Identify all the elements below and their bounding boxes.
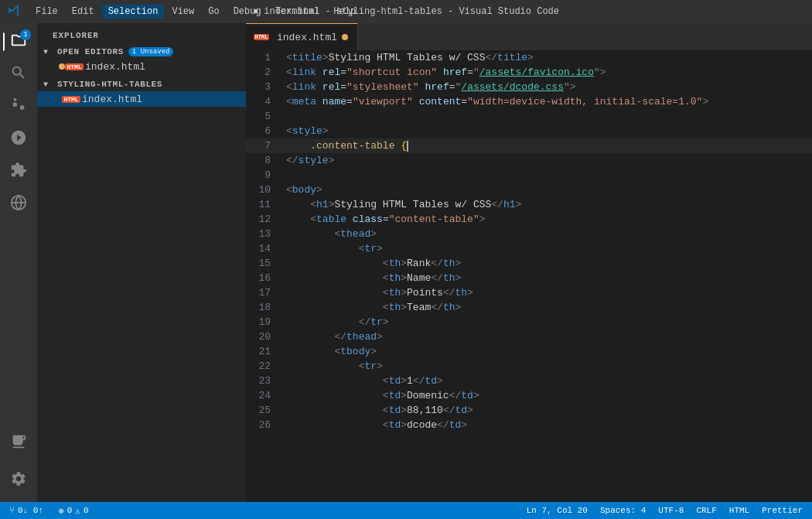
error-icon: ⊗ bbox=[59, 506, 64, 516]
line-content: <th>Points</th> bbox=[283, 285, 812, 300]
project-header[interactable]: ▼ Styling-HTML-Tables bbox=[37, 77, 246, 91]
extensions-icon bbox=[10, 162, 27, 183]
git-branch-icon: ⑂ bbox=[9, 506, 15, 515]
vscode-logo-icon bbox=[8, 5, 22, 19]
code-line: 23 <td>1</td> bbox=[246, 374, 812, 388]
menu-selection[interactable]: Selection bbox=[102, 5, 165, 19]
status-branch-label: 0↓ 0↑ bbox=[18, 506, 43, 515]
chevron-down-icon: ▼ bbox=[43, 48, 54, 56]
status-spaces[interactable]: Spaces: 4 bbox=[597, 506, 649, 515]
status-errors-label: 0 bbox=[67, 506, 73, 515]
line-content: <tr> bbox=[283, 241, 812, 256]
code-line: 11 <h1>Styling HTML Tables w/ CSS</h1> bbox=[246, 197, 812, 212]
code-line: 8</style> bbox=[246, 153, 812, 168]
code-line: 16 <th>Name</th> bbox=[246, 271, 812, 285]
text-cursor bbox=[407, 141, 408, 152]
activity-debug[interactable] bbox=[3, 124, 34, 155]
line-content: <style> bbox=[283, 124, 812, 138]
code-line: 26 <td>dcode</td> bbox=[246, 418, 812, 432]
search-icon bbox=[10, 64, 27, 85]
status-encoding[interactable]: UTF-8 bbox=[655, 506, 687, 515]
status-errors[interactable]: ⊗ 0 ⚠ 0 bbox=[56, 502, 91, 519]
code-lines: 1<title>Styling HTML Tables w/ CSS</titl… bbox=[246, 50, 812, 432]
line-number: 8 bbox=[246, 153, 283, 168]
line-number: 11 bbox=[246, 197, 283, 212]
line-number: 21 bbox=[246, 344, 283, 359]
line-number: 17 bbox=[246, 285, 283, 300]
line-number: 24 bbox=[246, 388, 283, 403]
code-line: 2<link rel="shortcut icon" href="/assets… bbox=[246, 65, 812, 80]
menu-go[interactable]: Go bbox=[202, 5, 225, 19]
line-number: 26 bbox=[246, 418, 283, 432]
status-warnings-label: 0 bbox=[84, 506, 89, 515]
code-line: 24 <td>Domenic</td> bbox=[246, 388, 812, 403]
tab-index-html[interactable]: HTML index.html bbox=[246, 23, 358, 50]
code-line: 4<meta name="viewport" content="width=de… bbox=[246, 94, 812, 109]
code-editor[interactable]: 1<title>Styling HTML Tables w/ CSS</titl… bbox=[246, 50, 812, 502]
status-bar: ⑂ 0↓ 0↑ ⊗ 0 ⚠ 0 Ln 7, Col 20 Spaces: 4 U… bbox=[0, 502, 812, 519]
open-editor-index-html[interactable]: HTML index.html bbox=[37, 59, 246, 74]
menu-view[interactable]: View bbox=[165, 5, 200, 19]
status-language-label: HTML bbox=[729, 506, 749, 515]
line-content: <link rel="stylesheet" href="/assets/dco… bbox=[283, 80, 812, 94]
status-formatter[interactable]: Prettier bbox=[759, 506, 806, 515]
line-content: <table class="content-table"> bbox=[283, 212, 812, 227]
line-number: 18 bbox=[246, 300, 283, 315]
activity-source-control[interactable] bbox=[3, 91, 34, 122]
project-filename: index.html bbox=[82, 94, 142, 105]
status-language[interactable]: HTML bbox=[726, 506, 752, 515]
activity-settings[interactable] bbox=[3, 465, 34, 496]
code-line: 5 bbox=[246, 109, 812, 124]
status-branch[interactable]: ⑂ 0↓ 0↑ bbox=[6, 502, 46, 519]
code-line: 6<style> bbox=[246, 124, 812, 138]
status-eol[interactable]: CRLF bbox=[693, 506, 719, 515]
explorer-badge: 1 bbox=[20, 29, 31, 40]
line-content: <td>88,110</td> bbox=[283, 403, 812, 418]
line-content: <td>Domenic</td> bbox=[283, 388, 812, 403]
status-position[interactable]: Ln 7, Col 20 bbox=[524, 506, 591, 515]
line-content: </thead> bbox=[283, 329, 812, 344]
code-line: 7 .content-table { bbox=[246, 138, 812, 153]
line-number: 5 bbox=[246, 109, 283, 124]
warning-icon: ⚠ bbox=[75, 506, 80, 516]
line-content: <th>Name</th> bbox=[283, 271, 812, 285]
editor-area: HTML index.html 1<title>Styling HTML Tab… bbox=[246, 23, 812, 502]
code-line: 14 <tr> bbox=[246, 241, 812, 256]
debug-icon bbox=[10, 129, 27, 150]
title-bar: File Edit Selection View Go Debug Termin… bbox=[0, 0, 812, 23]
activity-search[interactable] bbox=[3, 59, 34, 90]
line-number: 13 bbox=[246, 227, 283, 241]
source-control-icon bbox=[10, 97, 27, 118]
html-file-icon-2: HTML bbox=[65, 93, 77, 105]
tab-modified-dot bbox=[342, 34, 348, 40]
project-index-html[interactable]: HTML index.html bbox=[37, 91, 246, 107]
line-number: 20 bbox=[246, 329, 283, 344]
line-number: 7 bbox=[246, 138, 283, 153]
open-editors-header[interactable]: ▼ Open Editors 1 Unsaved bbox=[37, 45, 246, 59]
modified-dot-icon bbox=[59, 63, 65, 70]
line-content: <link rel="shortcut icon" href="/assets/… bbox=[283, 65, 812, 80]
line-number: 15 bbox=[246, 256, 283, 271]
code-line: 19 </tr> bbox=[246, 315, 812, 329]
line-number: 19 bbox=[246, 315, 283, 329]
line-number: 12 bbox=[246, 212, 283, 227]
line-number: 9 bbox=[246, 168, 283, 183]
line-content: <meta name="viewport" content="width=dev… bbox=[283, 94, 812, 109]
menu-edit[interactable]: Edit bbox=[66, 5, 101, 19]
menu-file[interactable]: File bbox=[29, 5, 64, 19]
activity-extensions[interactable] bbox=[3, 156, 34, 187]
window-title: ● index.html - styling-html-tables - Vis… bbox=[253, 6, 559, 17]
open-editor-filename: index.html bbox=[85, 61, 145, 73]
line-number: 3 bbox=[246, 80, 283, 94]
activity-explorer[interactable]: 1 bbox=[3, 26, 34, 57]
code-line: 17 <th>Points</th> bbox=[246, 285, 812, 300]
status-position-label: Ln 7, Col 20 bbox=[527, 506, 588, 515]
line-number: 10 bbox=[246, 183, 283, 197]
activity-terminal[interactable] bbox=[3, 428, 34, 459]
activity-remote[interactable] bbox=[3, 189, 34, 220]
line-content bbox=[283, 109, 812, 124]
tab-html-icon: HTML bbox=[255, 31, 268, 43]
line-content: <td>dcode</td> bbox=[283, 418, 812, 432]
line-content: <body> bbox=[283, 183, 812, 197]
sidebar-title: Explorer bbox=[37, 23, 246, 45]
